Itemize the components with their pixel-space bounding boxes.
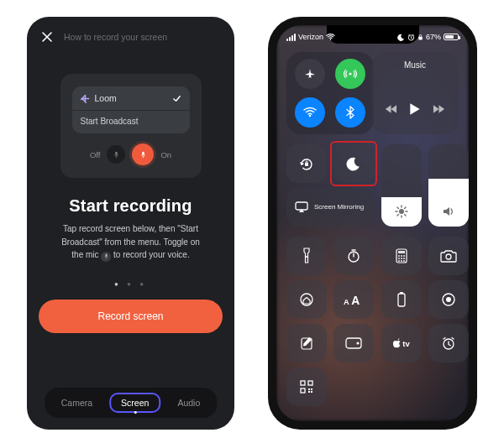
- mic-off-button[interactable]: [107, 145, 125, 164]
- compose-icon: [300, 336, 313, 351]
- help-link[interactable]: How to record your screen: [64, 32, 167, 42]
- svg-point-23: [401, 258, 402, 259]
- brightness-slider[interactable]: [381, 144, 422, 227]
- volume-fill: [428, 179, 469, 227]
- svg-point-28: [446, 254, 451, 259]
- screen-mirroring-button[interactable]: Screen Mirroring: [286, 188, 374, 227]
- svg-point-35: [446, 297, 451, 302]
- camera-icon: [440, 249, 457, 263]
- start-broadcast-button[interactable]: Start Broadcast: [72, 110, 190, 133]
- mic-on-label: On: [160, 150, 171, 159]
- record-icon: [441, 292, 456, 307]
- battery-percent: 67%: [426, 33, 441, 41]
- broadcast-card: Loom Start Broadcast Off On: [60, 74, 202, 178]
- svg-point-19: [398, 255, 400, 257]
- orientation-lock-icon: [298, 155, 315, 172]
- wifi-icon: [303, 106, 317, 119]
- camera-button[interactable]: [428, 237, 469, 275]
- appletv-button[interactable]: tv: [381, 324, 422, 362]
- broadcast-app-row[interactable]: Loom: [72, 86, 190, 110]
- moon-status-icon: [397, 34, 405, 41]
- calculator-button[interactable]: [381, 237, 422, 275]
- svg-rect-14: [296, 202, 307, 210]
- calculator-icon: [396, 248, 407, 263]
- tab-camera[interactable]: Camera: [53, 394, 101, 412]
- loom-logo-icon: [81, 94, 90, 103]
- record-screen-button[interactable]: Record screen: [39, 300, 223, 333]
- wifi-icon: [326, 34, 335, 40]
- svg-point-15: [306, 256, 307, 258]
- lock-status-icon: [417, 34, 423, 41]
- iphone-screen: Verizon 67%: [276, 25, 469, 421]
- svg-point-24: [403, 258, 405, 259]
- svg-point-10: [349, 72, 351, 75]
- svg-rect-12: [305, 163, 308, 166]
- tab-screen[interactable]: Screen: [109, 393, 160, 413]
- music-module[interactable]: Music: [371, 52, 459, 134]
- wallet-icon: [345, 337, 362, 349]
- mic-inline-icon: [101, 252, 111, 262]
- music-title: Music: [371, 60, 459, 70]
- svg-rect-41: [308, 381, 312, 385]
- flashlight-button[interactable]: [286, 237, 327, 275]
- mic-toggle-row: Off On: [72, 143, 190, 165]
- status-bar: Verizon 67%: [276, 29, 469, 45]
- alarm-status-icon: [407, 34, 415, 41]
- svg-rect-44: [311, 388, 312, 390]
- svg-point-11: [309, 115, 311, 117]
- svg-point-38: [356, 342, 359, 344]
- bluetooth-toggle[interactable]: [335, 97, 365, 128]
- cellular-data-toggle[interactable]: [335, 59, 365, 89]
- text-size-button[interactable]: AA: [333, 280, 374, 319]
- screen-mirroring-label: Screen Mirroring: [314, 203, 364, 211]
- orientation-lock-toggle[interactable]: [286, 144, 327, 183]
- svg-rect-5: [142, 151, 144, 155]
- bluetooth-icon: [346, 106, 354, 119]
- mic-on-button[interactable]: [132, 143, 154, 165]
- wallet-button[interactable]: [333, 324, 374, 362]
- broadcast-picker: Loom Start Broadcast: [72, 86, 190, 133]
- home-button[interactable]: [286, 280, 327, 319]
- timer-icon: [346, 248, 361, 263]
- alarm-button[interactable]: [428, 324, 469, 362]
- dnd-highlight: [330, 141, 377, 186]
- alarm-icon: [441, 336, 456, 351]
- svg-point-7: [330, 39, 332, 40]
- airplane-mode-toggle[interactable]: [295, 59, 325, 89]
- flashlight-icon: [302, 248, 312, 264]
- timer-button[interactable]: [333, 237, 374, 275]
- control-center-grid: Music: [285, 52, 460, 413]
- svg-point-22: [398, 258, 400, 259]
- screen-record-button[interactable]: [428, 280, 469, 319]
- speaker-icon: [442, 205, 455, 218]
- prev-track-icon[interactable]: [385, 104, 397, 114]
- next-track-icon[interactable]: [433, 104, 445, 114]
- svg-rect-46: [311, 391, 312, 393]
- svg-rect-32: [398, 294, 405, 306]
- low-power-button[interactable]: [381, 280, 422, 319]
- svg-rect-4: [115, 151, 118, 155]
- carrier-label: Verizon: [298, 33, 323, 41]
- qr-icon: [299, 379, 314, 394]
- subtext: Tap record screen below, then "Start Bro…: [27, 216, 234, 262]
- close-icon[interactable]: [39, 29, 55, 45]
- wifi-toggle[interactable]: [295, 97, 325, 128]
- svg-rect-6: [105, 254, 107, 258]
- battery-icon: [444, 34, 459, 40]
- mode-tabs: Camera Screen Audio: [45, 388, 218, 418]
- svg-point-26: [401, 260, 402, 262]
- airplane-icon: [303, 67, 317, 81]
- top-bar: How to record your screen: [27, 17, 234, 50]
- svg-point-25: [398, 260, 400, 262]
- qr-scan-button[interactable]: [286, 368, 327, 406]
- signal-bars-icon: [286, 34, 296, 41]
- mic-off-label: Off: [90, 150, 101, 159]
- tab-audio[interactable]: Audio: [169, 394, 208, 412]
- antenna-icon: [344, 67, 357, 81]
- play-icon[interactable]: [409, 102, 421, 116]
- loom-onboarding-screen: How to record your screen Loom Start Bro…: [27, 17, 234, 430]
- notes-button[interactable]: [286, 324, 327, 362]
- connectivity-module[interactable]: [286, 52, 374, 134]
- svg-point-20: [401, 255, 402, 257]
- volume-slider[interactable]: [428, 144, 469, 227]
